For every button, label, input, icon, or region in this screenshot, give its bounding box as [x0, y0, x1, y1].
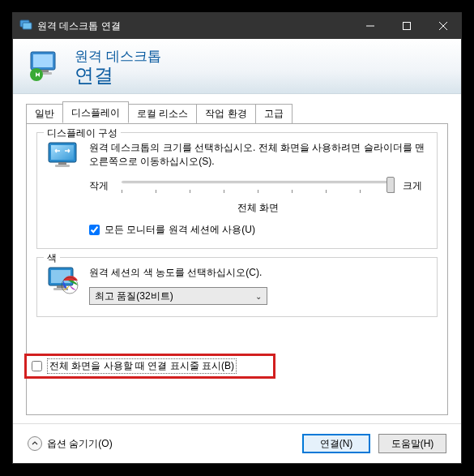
color-depth-value: 최고 품질(32비트) [95, 289, 173, 303]
svg-rect-16 [51, 270, 70, 283]
slider-label-small: 작게 [89, 179, 113, 193]
svg-rect-13 [58, 162, 66, 165]
monitor-size-icon [47, 141, 79, 237]
connection-bar-label: 전체 화면을 사용할 때 연결 표시줄 표시(B) [47, 358, 237, 374]
tab-strip: 일반 디스플레이 로컬 리소스 작업 환경 고급 [26, 105, 448, 123]
chevron-down-icon: ⌄ [255, 292, 262, 301]
display-config-group: 디스플레이 구성 원격 데스크 [36, 132, 438, 249]
color-palette-icon [47, 266, 79, 306]
options-toggle[interactable]: 옵션 숨기기(O) [28, 436, 113, 451]
window-title: 원격 데스크톱 연결 [37, 19, 352, 33]
display-config-legend: 디스플레이 구성 [44, 127, 121, 140]
connection-bar-checkbox[interactable] [32, 361, 42, 371]
slider-thumb[interactable] [386, 177, 395, 193]
rdp-app-icon [19, 19, 32, 32]
svg-rect-1 [23, 23, 32, 29]
svg-rect-3 [403, 23, 410, 30]
color-depth-combo[interactable]: 최고 품질(32비트) ⌄ [89, 287, 267, 305]
display-size-description: 원격 데스크톱의 크기를 선택하십시오. 전체 화면을 사용하려면 슬라이더를 … [89, 141, 427, 169]
tab-general[interactable]: 일반 [26, 104, 63, 124]
content-area: 일반 디스플레이 로컬 리소스 작업 환경 고급 디스플레이 구성 [13, 94, 461, 423]
color-description: 원격 세션의 색 농도를 선택하십시오(C). [89, 266, 427, 280]
tab-display[interactable]: 디스플레이 [62, 101, 129, 123]
svg-rect-14 [55, 165, 70, 167]
minimize-button[interactable] [352, 13, 388, 39]
close-button[interactable] [425, 13, 461, 39]
svg-rect-12 [51, 145, 74, 160]
header-text: 원격 데스크톱 연결 [75, 47, 161, 85]
all-monitors-checkbox[interactable] [89, 225, 100, 235]
tab-local-resources[interactable]: 로컬 리소스 [128, 104, 197, 124]
dialog-header: 원격 데스크톱 연결 [13, 39, 461, 94]
tab-experience[interactable]: 작업 환경 [196, 104, 255, 124]
maximize-button[interactable] [388, 13, 425, 39]
chevron-up-icon [28, 436, 42, 451]
rdp-header-icon [28, 49, 63, 84]
tab-advanced[interactable]: 고급 [255, 104, 293, 124]
highlight-annotation: 전체 화면을 사용할 때 연결 표시줄 표시(B) [24, 354, 275, 379]
rdp-window: 원격 데스크톱 연결 원격 데스 [12, 12, 462, 464]
svg-rect-7 [33, 54, 53, 67]
header-title: 연결 [75, 66, 161, 85]
display-size-slider[interactable] [122, 177, 395, 196]
dialog-footer: 옵션 숨기기(O) 연결(N) 도움말(H) [13, 423, 461, 463]
slider-label-large: 크게 [403, 179, 427, 193]
color-legend: 색 [44, 251, 60, 265]
tabpanel-display: 디스플레이 구성 원격 데스크 [26, 123, 448, 415]
slider-value-label: 전체 화면 [89, 201, 427, 215]
color-group: 색 [36, 257, 438, 318]
connect-button[interactable]: 연결(N) [302, 434, 370, 453]
all-monitors-label: 모든 모니터를 원격 세션에 사용(U) [105, 223, 255, 237]
options-toggle-label: 옵션 숨기기(O) [47, 437, 113, 451]
header-subtitle: 원격 데스크톱 [75, 47, 161, 66]
titlebar: 원격 데스크톱 연결 [13, 13, 461, 39]
help-button[interactable]: 도움말(H) [378, 434, 446, 453]
